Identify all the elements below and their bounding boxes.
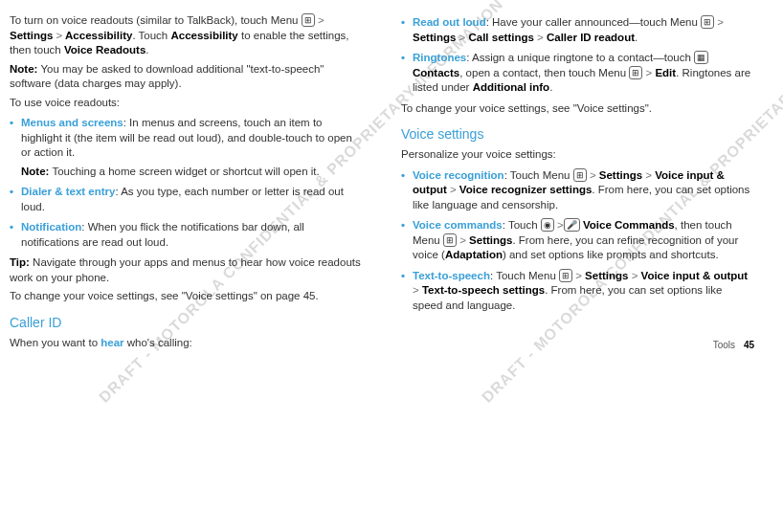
footer: Tools 45	[713, 340, 754, 350]
list-item: Read out loud: Have your caller announce…	[401, 15, 754, 45]
voice-icon: 🎤	[564, 218, 580, 232]
list-item: Dialer & text entry: As you type, each n…	[10, 185, 363, 214]
section-label: Tools	[713, 340, 735, 350]
list-item: Voice recognition: Touch Menu ⊞ > Settin…	[401, 168, 754, 213]
menu-icon: ⊞	[302, 13, 315, 27]
contacts-icon: ▦	[694, 51, 708, 64]
list-item: Ringtones: Assign a unique ringtone to a…	[401, 51, 754, 96]
paragraph: Personalize your voice settings:	[401, 147, 754, 163]
menu-icon: ⊞	[701, 15, 714, 29]
menu-icon: ⊞	[443, 233, 457, 247]
list-item: Text-to-speech: Touch Menu ⊞ > Settings …	[401, 269, 754, 314]
menu-icon: ⊞	[573, 168, 587, 182]
apps-icon: ◉	[541, 218, 554, 232]
paragraph: To change your voice settings, see "Voic…	[10, 289, 363, 304]
paragraph: To change your voice settings, see "Voic…	[401, 101, 754, 117]
paragraph: When you want to hear who's calling:	[10, 336, 363, 351]
page-number: 45	[744, 340, 754, 350]
menu-icon: ⊞	[559, 269, 572, 282]
paragraph: To turn on voice readouts (similar to Ta…	[10, 13, 363, 58]
paragraph: To use voice readouts:	[10, 96, 363, 111]
note: Note: You may be asked to download addit…	[10, 62, 363, 92]
menu-icon: ⊞	[629, 66, 642, 79]
heading-voice-settings: Voice settings	[401, 125, 754, 144]
tip: Tip: Navigate through your apps and menu…	[10, 255, 363, 285]
list-item: Menus and screens: In menus and screens,…	[10, 116, 363, 179]
right-column: Read out loud: Have your caller announce…	[401, 10, 754, 354]
heading-caller-id: Caller ID	[10, 314, 363, 332]
list-item: Voice commands: Touch ◉ >🎤 Voice Command…	[401, 218, 754, 263]
left-column: To turn on voice readouts (similar to Ta…	[10, 10, 363, 354]
list-item: Notification: When you flick the notific…	[10, 220, 363, 250]
